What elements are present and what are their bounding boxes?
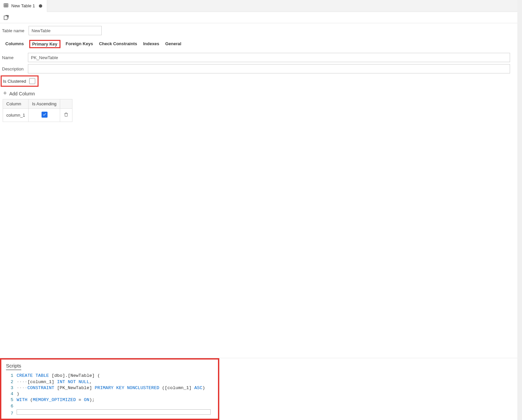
trash-icon bbox=[63, 113, 69, 118]
pk-asc-checkbox[interactable] bbox=[42, 112, 48, 118]
file-tab-title: New Table 1 bbox=[11, 3, 35, 8]
pk-col-header: Column bbox=[3, 99, 29, 109]
pk-name-input[interactable] bbox=[28, 53, 510, 62]
open-new-icon[interactable] bbox=[3, 14, 10, 21]
scripts-code[interactable]: 1CREATE TABLE [dbo].[NewTable] (2····[co… bbox=[6, 373, 213, 417]
tab-primary-key[interactable]: Primary Key bbox=[29, 40, 60, 48]
pk-name-label: Name bbox=[2, 55, 28, 60]
tab-columns[interactable]: Columns bbox=[5, 40, 25, 48]
pk-row-delete[interactable] bbox=[60, 109, 72, 122]
pk-desc-input[interactable] bbox=[28, 64, 510, 73]
dirty-indicator-icon bbox=[39, 4, 42, 8]
svg-rect-5 bbox=[4, 16, 7, 19]
table-name-input[interactable] bbox=[29, 26, 102, 35]
pk-desc-label: Description bbox=[2, 66, 28, 71]
add-column-button[interactable]: Add Column bbox=[2, 89, 515, 98]
scripts-pane: Scripts 1CREATE TABLE [dbo].[NewTable] (… bbox=[0, 358, 517, 420]
scripts-title: Scripts bbox=[6, 363, 21, 370]
tab-indexes[interactable]: Indexes bbox=[143, 40, 160, 48]
pk-col-header: Is Ascending bbox=[29, 99, 60, 109]
plus-icon bbox=[3, 91, 7, 96]
file-tabstrip: New Table 1 bbox=[0, 0, 517, 12]
tab-general[interactable]: General bbox=[164, 40, 182, 48]
pk-clustered-checkbox[interactable] bbox=[29, 78, 35, 84]
table-icon bbox=[3, 3, 9, 9]
pk-clustered-label: Is Clustered bbox=[3, 79, 26, 84]
scrollbar-track[interactable] bbox=[517, 0, 522, 420]
svg-rect-0 bbox=[4, 4, 8, 7]
add-column-label: Add Column bbox=[9, 91, 35, 96]
designer-tabs: ColumnsPrimary KeyForeign KeysCheck Cons… bbox=[1, 37, 516, 52]
pk-col-name: column_1 bbox=[3, 109, 29, 122]
pk-columns-table: ColumnIs Ascending column_1 bbox=[3, 99, 72, 122]
tab-check-constraints[interactable]: Check Constraints bbox=[98, 40, 138, 48]
primary-key-section: Name Description Is Clustered bbox=[1, 53, 516, 122]
editor-toolbar bbox=[0, 12, 517, 23]
file-tab-newtable[interactable]: New Table 1 bbox=[0, 0, 47, 12]
tab-foreign-keys[interactable]: Foreign Keys bbox=[65, 40, 94, 48]
table-name-label: Table name bbox=[2, 28, 29, 33]
pk-col-header bbox=[60, 99, 72, 109]
table-row[interactable]: column_1 bbox=[3, 109, 72, 122]
